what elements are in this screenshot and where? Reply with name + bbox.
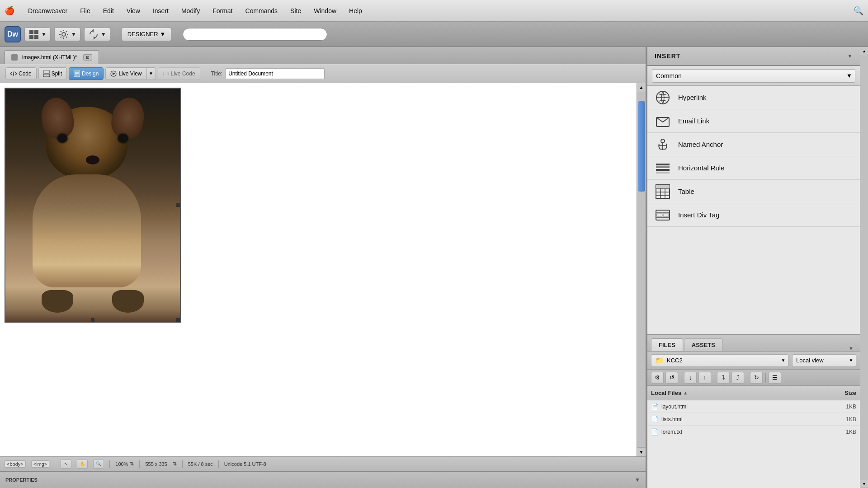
assets-tab[interactable]: ASSETS [684, 338, 723, 351]
common-dropdown: Common ▼ [647, 66, 860, 86]
menu-dreamweaver[interactable]: Dreamweaver [22, 5, 74, 16]
right-eye [118, 134, 128, 143]
sync-files-btn[interactable]: ↻ [750, 372, 763, 384]
search-icon[interactable]: 🔍 [854, 6, 863, 16]
insert-item-hrule[interactable]: Horizontal Rule [647, 156, 860, 180]
live-code-btn[interactable]: Live Code [158, 67, 200, 80]
status-sep-3 [139, 460, 140, 468]
view-dropdown[interactable]: Local view [792, 354, 846, 367]
menu-site[interactable]: Site [284, 5, 307, 16]
connect-btn[interactable]: ⚙ [651, 372, 664, 384]
menu-help[interactable]: Help [343, 5, 368, 16]
scroll-up-arrow[interactable]: ▲ [637, 83, 646, 92]
project-dropdown[interactable]: 📁 KCC2 [651, 354, 778, 367]
doc-tab-label: images.html (XHTML)* [22, 54, 77, 61]
img-tag[interactable]: <img> [31, 460, 50, 468]
design-view-btn[interactable]: Design [69, 67, 104, 80]
files-more-btn[interactable]: ☰ [769, 372, 781, 384]
file-item-lorem[interactable]: 📄 lorem.txt 1KB [647, 426, 860, 438]
insert-item-hyperlink[interactable]: Hyperlink [647, 86, 860, 109]
scroll-thumb[interactable] [638, 101, 645, 192]
left-eye [57, 134, 67, 143]
doc-tab-close-btn[interactable]: ⊡ [83, 54, 92, 61]
project-dropdown-arrow[interactable]: ▼ [778, 354, 788, 367]
menu-modify[interactable]: Modify [175, 5, 206, 16]
cursor-tool[interactable]: ↖ [61, 460, 71, 469]
zoom-tool[interactable]: 🔍 [93, 460, 104, 469]
status-sep-5 [218, 460, 219, 468]
title-area: Title: [211, 68, 325, 79]
animal-body [33, 174, 141, 287]
menubar: 🍎 Dreamweaver File Edit View Insert Modi… [0, 0, 868, 22]
editor-panel: images.html (XHTML)* ⊡ Code Split Design [0, 47, 646, 488]
hand-tool[interactable]: ✋ [77, 460, 88, 469]
collapse-files-btn[interactable]: ⤴ [731, 372, 744, 384]
selection-handle-r[interactable] [176, 203, 180, 207]
table-icon [655, 183, 671, 200]
dimensions-stepper[interactable]: ⇅ [173, 461, 177, 467]
canvas-area: ▲ ▼ [0, 83, 646, 456]
apple-menu[interactable]: 🍎 [5, 6, 14, 16]
insert-panel-arrow[interactable]: ▼ [847, 53, 853, 59]
svg-point-4 [62, 33, 66, 36]
insert-item-anchor[interactable]: Named Anchor [647, 133, 860, 156]
file-item-lists[interactable]: 📄 lists.html 1KB [647, 413, 860, 426]
menu-window[interactable]: Window [307, 5, 343, 16]
live-view-arrow[interactable]: ▼ [147, 67, 156, 80]
panel-scroll-up[interactable]: ▲ [860, 47, 868, 55]
split-view-btn[interactable]: Split [38, 67, 67, 80]
view-bar: Code Split Design Live View ▼ Live Code [0, 64, 646, 83]
hyperlink-icon [655, 89, 671, 106]
insert-item-table[interactable]: Table [647, 180, 860, 203]
properties-arrow[interactable]: ▼ [635, 477, 640, 483]
layout-btn[interactable]: ▼ [24, 28, 51, 41]
menu-format[interactable]: Format [206, 5, 239, 16]
live-view-btn[interactable]: Live View [105, 67, 146, 80]
dropdown-text[interactable]: Common [652, 69, 844, 83]
hrule-icon [655, 160, 671, 176]
svg-point-18 [661, 139, 665, 143]
scroll-down-arrow[interactable]: ▼ [637, 447, 646, 456]
doc-tab-images[interactable]: images.html (XHTML)* ⊡ [5, 50, 99, 64]
designer-btn[interactable]: DESIGNER ▼ [122, 28, 172, 41]
zoom-value: 100% [115, 461, 128, 467]
anchor-icon [655, 136, 671, 153]
view-dropdown-arrow[interactable]: ▼ [846, 354, 856, 367]
svg-rect-23 [656, 166, 670, 168]
files-panel-arrow[interactable]: ▼ [846, 346, 856, 351]
panel-scroll-down[interactable]: ▼ [860, 480, 868, 488]
search-input[interactable] [183, 28, 327, 41]
status-bar: <body> <img> ↖ ✋ 🔍 100% ⇅ 555 x 335 ⇅ 55… [0, 456, 646, 471]
files-tab[interactable]: FILES [651, 338, 683, 351]
insert-item-email[interactable]: Email Link [647, 109, 860, 133]
menu-edit[interactable]: Edit [97, 5, 120, 16]
settings-btn[interactable]: ▼ [54, 28, 80, 41]
title-label: Title: [211, 70, 223, 77]
upload-btn[interactable]: ↑ [698, 372, 711, 384]
canvas-scrollbar[interactable]: ▲ ▼ [637, 83, 646, 456]
email-icon [655, 113, 671, 129]
menu-file[interactable]: File [74, 5, 97, 16]
dropdown-arrow[interactable]: ▼ [844, 69, 855, 83]
selection-handle-b[interactable] [91, 318, 94, 322]
title-input[interactable] [225, 68, 325, 79]
folder-icon: 📁 [655, 356, 664, 365]
body-tag[interactable]: <body> [5, 460, 26, 468]
zoom-stepper[interactable]: ⇅ [130, 461, 134, 467]
files-panel: FILES ASSETS ▼ 📁 KCC2 ▼ [647, 334, 860, 488]
animal-image[interactable] [5, 88, 181, 323]
menu-insert[interactable]: Insert [146, 5, 175, 16]
refresh-btn[interactable]: ↺ [665, 372, 678, 384]
insert-item-div[interactable]: Insert Div Tag [647, 203, 860, 227]
right-panel-inner: INSERT ▼ Common ▼ [647, 47, 860, 488]
menu-view[interactable]: View [120, 5, 146, 16]
sort-arrow[interactable]: ▲ [683, 390, 688, 395]
code-view-btn[interactable]: Code [5, 67, 37, 80]
sync-btn[interactable]: ▼ [84, 28, 110, 41]
selection-handle-br[interactable] [176, 318, 180, 322]
menu-commands[interactable]: Commands [239, 5, 284, 16]
split-view-icon [43, 70, 50, 77]
file-item-layout[interactable]: 📄 layout.html 1KB [647, 400, 860, 413]
expand-files-btn[interactable]: ⤵ [717, 372, 730, 384]
download-btn[interactable]: ↓ [684, 372, 697, 384]
